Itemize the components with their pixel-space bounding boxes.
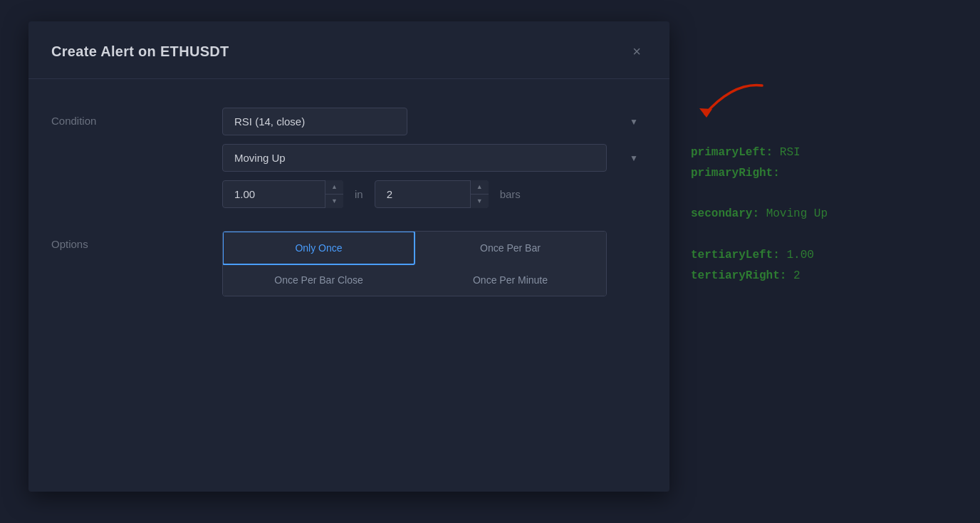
create-alert-dialog: Create Alert on ETHUSDT × Condition RSI … [28,21,669,492]
arrow-icon [691,78,776,135]
condition-row: Condition RSI (14, close) ▼ Moving Up ▼ [51,108,647,208]
option-once-per-minute[interactable]: Once Per Minute [414,264,607,296]
tertiary-left-wrapper: ▲ ▼ [222,180,343,208]
right-spinner: ▲ ▼ [470,180,489,208]
bars-label: bars [497,188,523,200]
condition-controls: RSI (14, close) ▼ Moving Up ▼ [222,108,647,208]
options-label: Options [51,231,222,250]
annotation-panel: primaryLeft: RSI primaryRight: secondary… [691,78,961,286]
secondary-select-wrapper: Moving Up ▼ [222,144,647,172]
condition-primary-select[interactable]: RSI (14, close) [222,108,407,135]
options-row: Options Only Once Once Per Bar Once Per … [51,231,647,296]
primary-select-arrow-icon: ▼ [630,117,638,127]
option-only-once[interactable]: Only Once [222,231,415,265]
dialog-title: Create Alert on ETHUSDT [51,43,229,60]
left-spinner-down[interactable]: ▼ [325,195,343,208]
annotation-text: primaryLeft: RSI primaryRight: secondary… [691,143,961,286]
tertiary-row: ▲ ▼ in ▲ ▼ bars [222,180,647,208]
in-label: in [352,188,366,200]
close-button[interactable]: × [627,41,647,61]
options-grid: Only Once Once Per Bar Once Per Bar Clos… [222,231,607,296]
primary-select-wrapper: RSI (14, close) ▼ [222,108,647,135]
secondary-select-arrow-icon: ▼ [630,153,638,163]
condition-secondary-select[interactable]: Moving Up [222,144,607,172]
option-once-per-bar-close[interactable]: Once Per Bar Close [222,264,415,296]
svg-marker-0 [699,108,712,118]
dialog-header: Create Alert on ETHUSDT × [28,21,669,79]
options-controls: Only Once Once Per Bar Once Per Bar Clos… [222,231,647,296]
left-spinner-up[interactable]: ▲ [325,180,343,195]
dialog-body: Condition RSI (14, close) ▼ Moving Up ▼ [28,79,669,348]
option-once-per-bar[interactable]: Once Per Bar [414,231,607,265]
right-spinner-down[interactable]: ▼ [471,195,489,208]
right-spinner-up[interactable]: ▲ [471,180,489,195]
left-spinner: ▲ ▼ [325,180,343,208]
condition-label: Condition [51,108,222,127]
tertiary-right-wrapper: ▲ ▼ [375,180,489,208]
